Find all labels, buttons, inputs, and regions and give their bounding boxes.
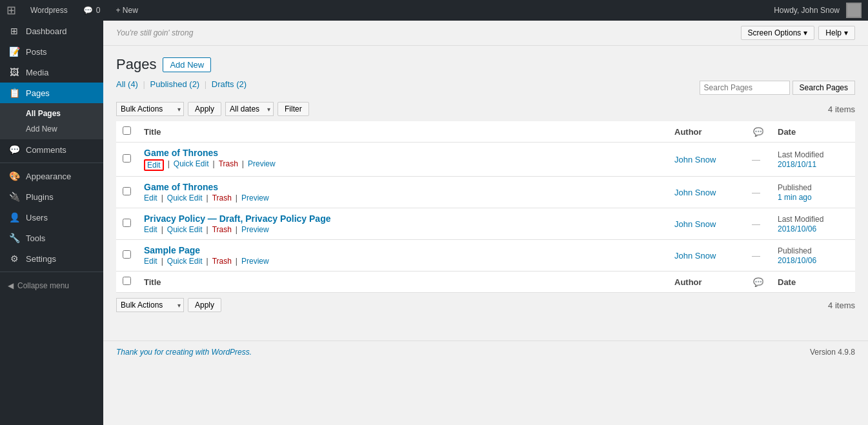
adminbar-site-name[interactable]: Wordpress (24, 0, 74, 21)
trash-action-link[interactable]: Trash (219, 159, 238, 171)
collapse-menu-button[interactable]: ◀ Collapse menu (0, 275, 103, 297)
sidebar-item-label: Posts (26, 47, 47, 57)
apply-button-top[interactable]: Apply (188, 102, 221, 116)
sidebar-item-label: Settings (26, 254, 56, 264)
apply-button-bottom[interactable]: Apply (188, 298, 221, 312)
row-checkbox-cell (116, 177, 137, 208)
wp-logo-icon[interactable]: ⊞ (6, 3, 16, 17)
bulk-actions-select-top[interactable]: Bulk Actions Edit Move to Trash (116, 102, 184, 116)
row-checkbox[interactable] (123, 187, 131, 195)
all-dates-select[interactable]: All dates (225, 102, 274, 116)
comments-dash: — (752, 188, 760, 197)
page-title-link[interactable]: Game of Thrones (144, 148, 218, 158)
pages-icon: 📋 (8, 88, 21, 98)
all-dates-wrapper: All dates (225, 102, 274, 116)
row-actions: Edit | Quick Edit | Trash | Preview (144, 193, 661, 203)
screen-options-label: Screen Options (748, 28, 802, 37)
trash-action-link[interactable]: Trash (212, 225, 232, 234)
comments-count: 0 (96, 6, 101, 15)
sidebar-item-label: Media (26, 68, 48, 77)
quick-edit-action-link[interactable]: Quick Edit (174, 159, 209, 171)
row-actions: Edit | Quick Edit | Trash | Preview (144, 257, 661, 266)
comment-bubble-icon-footer: 💬 (753, 277, 763, 287)
author-link[interactable]: John Snow (674, 251, 716, 261)
trash-action-link[interactable]: Trash (212, 257, 232, 266)
edit-action-link[interactable]: Edit (144, 159, 164, 171)
table-row: Privacy Policy — Draft, Privacy Policy P… (116, 208, 855, 240)
screen-options-chevron-icon: ▾ (803, 28, 807, 37)
sidebar-item-media[interactable]: 🖼 Media (0, 62, 103, 83)
sidebar-item-tools[interactable]: 🔧 Tools (0, 228, 103, 248)
sidebar-item-appearance[interactable]: 🎨 Appearance (0, 166, 103, 186)
sidebar-item-comments[interactable]: 💬 Comments (0, 139, 103, 160)
filter-all[interactable]: All (4) (116, 79, 138, 89)
comments-dash: — (752, 251, 760, 261)
table-row: Game of Thrones Edit | Quick Edit | Tras… (116, 143, 855, 177)
th-checkbox (116, 121, 137, 143)
page-title-link[interactable]: Game of Thrones (144, 182, 218, 192)
quick-edit-action-link[interactable]: Quick Edit (167, 193, 203, 203)
motivate-text: You're still goin' strong (116, 28, 193, 37)
table-footer-row: Title Author 💬 Date (116, 272, 855, 293)
filter-drafts[interactable]: Drafts (2) (212, 79, 247, 89)
date-link[interactable]: 2018/10/06 (778, 224, 816, 233)
filter-button[interactable]: Filter (278, 102, 309, 116)
collapse-icon: ◀ (8, 281, 14, 290)
author-link[interactable]: John Snow (674, 155, 716, 164)
adminbar-new[interactable]: + New (109, 0, 144, 21)
date-link[interactable]: 2018/10/11 (778, 160, 816, 169)
sidebar-item-posts[interactable]: 📝 Posts (0, 41, 103, 62)
trash-action-link[interactable]: Trash (212, 193, 232, 203)
edit-action-link[interactable]: Edit (144, 225, 157, 234)
edit-action-link[interactable]: Edit (144, 257, 157, 266)
edit-action-link[interactable]: Edit (144, 193, 157, 203)
row-title-cell: Privacy Policy — Draft, Privacy Policy P… (137, 208, 668, 240)
select-all-checkbox-top[interactable] (123, 126, 131, 135)
sidebar-item-label: Tools (26, 233, 45, 243)
row-checkbox[interactable] (123, 154, 131, 163)
sidebar-item-add-new[interactable]: Add New (0, 121, 103, 137)
date-label: Last Modified (778, 150, 823, 159)
preview-action-link[interactable]: Preview (241, 257, 269, 266)
bulk-actions-wrapper-bottom: Bulk Actions Edit Move to Trash (116, 298, 184, 312)
select-all-checkbox-bottom[interactable] (123, 277, 131, 285)
quick-edit-action-link[interactable]: Quick Edit (167, 225, 203, 234)
preview-action-link[interactable]: Preview (248, 159, 276, 171)
row-date-cell: Published 1 min ago (771, 177, 855, 208)
dashboard-icon: ⊞ (8, 26, 21, 36)
sidebar-item-label: Dashboard (26, 26, 67, 36)
bulk-actions-select-bottom[interactable]: Bulk Actions Edit Move to Trash (116, 298, 184, 312)
help-button[interactable]: Help ▾ (818, 26, 855, 40)
tf-author: Author (668, 272, 745, 293)
date-link[interactable]: 2018/10/06 (778, 256, 816, 265)
row-checkbox[interactable] (123, 250, 131, 259)
add-new-button[interactable]: Add New (163, 57, 211, 72)
row-author-cell: John Snow (668, 208, 745, 240)
sidebar-item-dashboard[interactable]: ⊞ Dashboard (0, 21, 103, 41)
row-checkbox-cell (116, 143, 137, 177)
preview-action-link[interactable]: Preview (241, 225, 269, 234)
sidebar-item-plugins[interactable]: 🔌 Plugins (0, 186, 103, 207)
date-link[interactable]: 1 min ago (778, 193, 812, 202)
adminbar-comments[interactable]: 💬 0 (77, 0, 107, 21)
row-comments-cell: — (745, 240, 771, 272)
author-link[interactable]: John Snow (674, 188, 716, 197)
page-title-link[interactable]: Privacy Policy — Draft, Privacy Policy P… (144, 213, 330, 224)
search-input[interactable] (700, 81, 790, 95)
quick-edit-action-link[interactable]: Quick Edit (167, 257, 203, 266)
sidebar-item-users[interactable]: 👤 Users (0, 207, 103, 228)
screen-options-button[interactable]: Screen Options ▾ (741, 26, 815, 40)
row-actions: Edit | Quick Edit | Trash | Preview (144, 225, 661, 234)
main-topbar: You're still goin' strong Screen Options… (103, 21, 868, 46)
sidebar-item-settings[interactable]: ⚙ Settings (0, 248, 103, 269)
sidebar-item-all-pages[interactable]: All Pages (0, 106, 103, 121)
row-checkbox[interactable] (123, 219, 131, 227)
filter-published[interactable]: Published (2) (150, 79, 200, 89)
preview-action-link[interactable]: Preview (241, 193, 269, 203)
sidebar-item-pages[interactable]: 📋 Pages (0, 83, 103, 103)
appearance-icon: 🎨 (8, 171, 21, 181)
page-title-link[interactable]: Sample Page (144, 245, 200, 255)
author-link[interactable]: John Snow (674, 219, 716, 229)
search-pages-button[interactable]: Search Pages (792, 81, 855, 95)
pages-submenu: All Pages Add New (0, 103, 103, 139)
